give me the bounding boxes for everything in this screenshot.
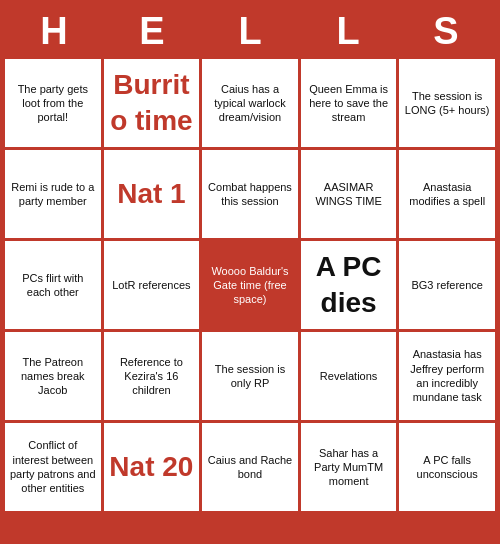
cell-0-2: Caius has a typical warlock dream/vision	[202, 59, 298, 147]
cell-4-4: A PC falls unconscious	[399, 423, 495, 511]
cell-4-3: Sahar has a Party MumTM moment	[301, 423, 397, 511]
header-letter-l: L	[201, 6, 299, 57]
cell-1-4: Anastasia modifies a spell	[399, 150, 495, 238]
header-letter-e: E	[103, 6, 201, 57]
header-letter-s: S	[397, 6, 495, 57]
cell-1-2: Combat happens this session	[202, 150, 298, 238]
cell-2-3: A PC dies	[301, 241, 397, 329]
cell-1-1: Nat 1	[104, 150, 200, 238]
cell-3-3: Revelations	[301, 332, 397, 420]
cell-3-0: The Patreon names break Jacob	[5, 332, 101, 420]
cell-0-4: The session is LONG (5+ hours)	[399, 59, 495, 147]
header-row: HELLS	[5, 6, 495, 57]
cell-3-1: Reference to Kezira's 16 children	[104, 332, 200, 420]
cell-2-4: BG3 reference	[399, 241, 495, 329]
cell-2-2: Woooo Baldur's Gate time (free space)	[202, 241, 298, 329]
cell-2-0: PCs flirt with each other	[5, 241, 101, 329]
header-letter-l: L	[299, 6, 397, 57]
cell-4-2: Caius and Rache bond	[202, 423, 298, 511]
cell-3-4: Anastasia has Jeffrey perform an incredi…	[399, 332, 495, 420]
cell-3-2: The session is only RP	[202, 332, 298, 420]
cell-2-1: LotR references	[104, 241, 200, 329]
cell-0-0: The party gets loot from the portal!	[5, 59, 101, 147]
bingo-grid: The party gets loot from the portal!Burr…	[5, 59, 495, 511]
bingo-card: HELLS The party gets loot from the porta…	[5, 6, 495, 511]
header-letter-h: H	[5, 6, 103, 57]
cell-0-1: Burrito time	[104, 59, 200, 147]
cell-1-0: Remi is rude to a party member	[5, 150, 101, 238]
cell-0-3: Queen Emma is here to save the stream	[301, 59, 397, 147]
cell-4-0: Conflict of interest between party patro…	[5, 423, 101, 511]
cell-1-3: AASIMAR WINGS TIME	[301, 150, 397, 238]
cell-4-1: Nat 20	[104, 423, 200, 511]
